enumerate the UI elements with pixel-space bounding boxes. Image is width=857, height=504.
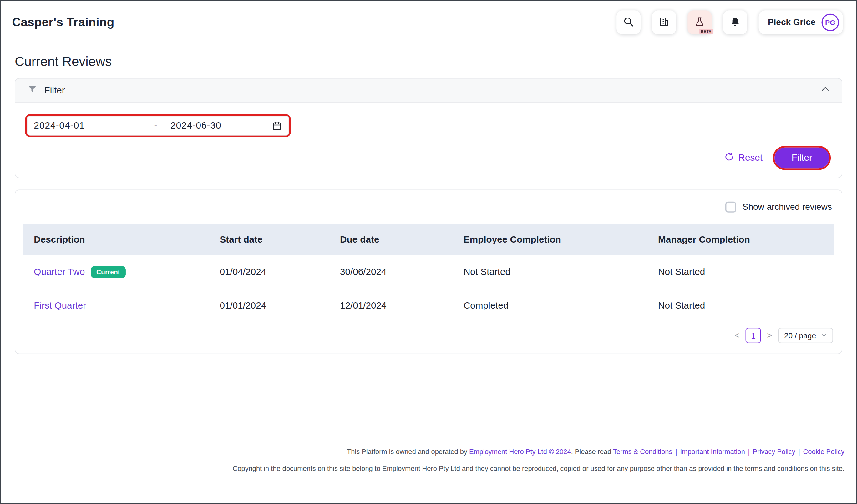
filter-actions: Reset Filter bbox=[25, 146, 832, 170]
pagination: < 1 > 20 / page bbox=[23, 326, 834, 345]
page-size-select[interactable]: 20 / page bbox=[778, 328, 833, 343]
review-link[interactable]: Quarter Two bbox=[34, 267, 85, 278]
terms-link[interactable]: Terms & Conditions bbox=[613, 448, 672, 455]
top-bar-actions: BETA Pieck Grice PG bbox=[617, 10, 843, 34]
filter-panel: Filter 2024-04-01 - 2024-06-30 bbox=[15, 78, 842, 178]
reviews-panel: Show archived reviews Description Start … bbox=[15, 190, 842, 354]
filter-submit-button[interactable]: Filter bbox=[775, 147, 829, 168]
app-window: Casper's Training BETA bbox=[0, 0, 857, 504]
labs-button[interactable]: BETA bbox=[688, 10, 711, 34]
column-header-manager-completion: Manager Completion bbox=[647, 234, 834, 245]
table-row: First Quarter 01/01/2024 12/01/2024 Comp… bbox=[23, 289, 834, 323]
next-page-button[interactable]: > bbox=[767, 330, 772, 340]
company-link[interactable]: Employment Hero Pty Ltd © 2024 bbox=[469, 448, 571, 455]
footer: This Platform is owned and operated by E… bbox=[233, 448, 844, 482]
review-link[interactable]: First Quarter bbox=[34, 300, 86, 311]
date-to-value[interactable]: 2024-06-30 bbox=[170, 120, 221, 131]
column-header-employee-completion: Employee Completion bbox=[453, 234, 647, 245]
show-archived-checkbox[interactable] bbox=[726, 202, 737, 213]
prev-page-button[interactable]: < bbox=[735, 330, 740, 340]
date-range-annotation: 2024-04-01 - 2024-06-30 bbox=[25, 114, 290, 137]
notifications-button[interactable] bbox=[723, 10, 747, 34]
date-range-separator: - bbox=[146, 120, 165, 131]
privacy-policy-link[interactable]: Privacy Policy bbox=[753, 448, 795, 455]
collapse-chevron-icon[interactable] bbox=[820, 84, 830, 97]
top-bar: Casper's Training BETA bbox=[0, 0, 857, 45]
filter-header-label: Filter bbox=[45, 85, 65, 96]
app-title: Casper's Training bbox=[12, 15, 114, 29]
show-archived-label: Show archived reviews bbox=[742, 202, 832, 212]
search-button[interactable] bbox=[617, 10, 641, 34]
current-page-indicator[interactable]: 1 bbox=[746, 328, 761, 343]
cell-employee-completion: Not Started bbox=[453, 267, 647, 278]
flask-icon bbox=[694, 16, 705, 29]
chevron-down-icon bbox=[821, 331, 827, 340]
filter-body: 2024-04-01 - 2024-06-30 Reset Filter bbox=[15, 103, 842, 178]
avatar: PG bbox=[821, 14, 839, 31]
calendar-icon[interactable] bbox=[272, 120, 282, 131]
column-header-start-date: Start date bbox=[209, 234, 329, 245]
page-size-value: 20 / page bbox=[784, 331, 816, 340]
cell-manager-completion: Not Started bbox=[647, 300, 834, 311]
important-information-link[interactable]: Important Information bbox=[680, 448, 745, 455]
bell-icon bbox=[730, 16, 741, 29]
table-header-row: Description Start date Due date Employee… bbox=[23, 224, 834, 255]
page-title: Current Reviews bbox=[15, 54, 842, 69]
date-range-input[interactable]: 2024-04-01 - 2024-06-30 bbox=[27, 116, 289, 135]
organisation-button[interactable] bbox=[652, 10, 676, 34]
funnel-icon bbox=[27, 84, 38, 97]
date-from-value[interactable]: 2024-04-01 bbox=[34, 120, 146, 131]
reset-icon bbox=[724, 152, 734, 164]
show-archived-row: Show archived reviews bbox=[23, 198, 834, 213]
status-badge: Current bbox=[91, 266, 125, 278]
beta-badge: BETA bbox=[699, 29, 713, 34]
footer-line1: This Platform is owned and operated by E… bbox=[233, 448, 844, 455]
reset-label: Reset bbox=[738, 153, 763, 163]
cell-start-date: 01/01/2024 bbox=[209, 300, 329, 311]
cell-employee-completion: Completed bbox=[453, 300, 647, 311]
cell-start-date: 01/04/2024 bbox=[209, 267, 329, 278]
filter-button-annotation: Filter bbox=[773, 146, 831, 170]
user-menu[interactable]: Pieck Grice PG bbox=[758, 10, 843, 34]
column-header-description: Description bbox=[23, 234, 208, 245]
search-icon bbox=[623, 16, 634, 29]
cell-due-date: 12/01/2024 bbox=[329, 300, 453, 311]
reset-button[interactable]: Reset bbox=[724, 152, 762, 164]
column-header-due-date: Due date bbox=[329, 234, 453, 245]
cell-due-date: 30/06/2024 bbox=[329, 267, 453, 278]
building-icon bbox=[658, 16, 669, 29]
user-name: Pieck Grice bbox=[768, 18, 816, 27]
filter-header[interactable]: Filter bbox=[15, 79, 842, 103]
table-row: Quarter Two Current 01/04/2024 30/06/202… bbox=[23, 255, 834, 289]
footer-line2: Copyright in the documents on this site … bbox=[233, 465, 844, 472]
cell-manager-completion: Not Started bbox=[647, 267, 834, 278]
cookie-policy-link[interactable]: Cookie Policy bbox=[803, 448, 844, 455]
